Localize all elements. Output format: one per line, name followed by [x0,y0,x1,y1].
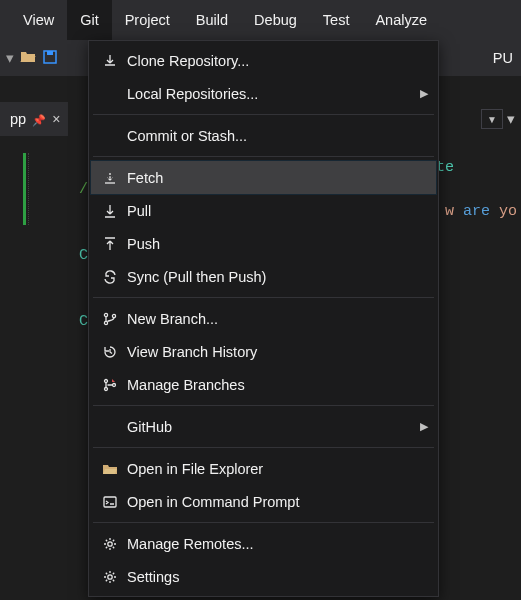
code-frag: w [445,203,463,220]
menu-item-label: Manage Remotes... [123,536,428,552]
git-menu-sync-pull-then-push[interactable]: Sync (Pull then Push) [91,260,436,293]
tab-tools: ▼ ▾ [481,102,515,136]
svg-point-3 [104,321,107,324]
menu-view[interactable]: View [10,0,67,40]
menu-item-label: Open in Command Prompt [123,494,428,510]
menu-separator [93,447,434,448]
svg-point-9 [108,541,112,545]
menu-separator [93,297,434,298]
menu-bar: View Git Project Build Debug Test Analyz… [0,0,521,40]
save-blue-icon[interactable] [42,49,58,68]
menu-test[interactable]: Test [310,0,363,40]
git-menu-push[interactable]: Push [91,227,436,260]
push-icon [97,236,123,252]
git-menu-pull[interactable]: Pull [91,194,436,227]
menu-separator [93,114,434,115]
chevron-down-icon: ▼ [487,114,497,125]
menu-item-label: GitHub [123,419,420,435]
branches-manage-icon [97,377,123,393]
chevron-right-icon: ▶ [420,87,428,100]
svg-point-7 [113,383,116,386]
menu-item-label: Manage Branches [123,377,428,393]
menu-separator [93,522,434,523]
menu-debug[interactable]: Debug [241,0,310,40]
fetch-icon [97,170,123,186]
git-menu-view-branch-history[interactable]: View Branch History [91,335,436,368]
tab-active[interactable]: pp × [0,102,68,136]
menu-build[interactable]: Build [183,0,241,40]
menu-separator [93,405,434,406]
download-icon [97,53,123,69]
menu-item-label: Clone Repository... [123,53,428,69]
menu-project[interactable]: Project [112,0,183,40]
branch-icon [97,311,123,327]
git-menu-new-branch[interactable]: New Branch... [91,302,436,335]
git-menu-clone-repository[interactable]: Clone Repository... [91,44,436,77]
svg-point-4 [112,314,115,317]
toolbar-chevron-icon[interactable]: ▾ [6,50,14,66]
menu-analyze[interactable]: Analyze [362,0,440,40]
svg-point-2 [104,313,107,316]
chevron-right-icon: ▶ [420,420,428,433]
pull-icon [97,203,123,219]
code-frag: yo [490,203,517,220]
menu-item-label: Push [123,236,428,252]
git-menu-fetch[interactable]: Fetch [91,161,436,194]
svg-point-5 [105,379,108,382]
svg-rect-1 [47,51,53,55]
git-menu-open-in-command-prompt[interactable]: Open in Command Prompt [91,485,436,518]
menu-item-label: Local Repositories... [123,86,420,102]
history-icon [97,344,123,360]
menu-item-label: Open in File Explorer [123,461,428,477]
config-label: PU [493,50,513,66]
menu-git[interactable]: Git [67,0,112,40]
svg-point-10 [108,574,112,578]
toolbar-right: PU [485,40,521,76]
change-indicator [23,153,29,225]
git-menu-settings[interactable]: Settings [91,560,436,593]
gear-icon [97,569,123,585]
folder-open-icon [97,461,123,477]
menu-item-label: Fetch [123,170,428,186]
menu-item-label: Pull [123,203,428,219]
menu-item-label: New Branch... [123,311,428,327]
menu-item-label: View Branch History [123,344,428,360]
git-menu-open-in-file-explorer[interactable]: Open in File Explorer [91,452,436,485]
menu-separator [93,156,434,157]
git-menu-manage-remotes[interactable]: Manage Remotes... [91,527,436,560]
git-menu-panel: Clone Repository...Local Repositories...… [88,40,439,597]
gear-icon [97,536,123,552]
tab-label: pp [10,111,26,127]
open-folder-icon[interactable] [20,49,36,68]
git-menu-local-repositories[interactable]: Local Repositories...▶ [91,77,436,110]
code-frag: are [463,203,490,220]
svg-point-6 [105,387,108,390]
tab-dropdown-button[interactable]: ▼ [481,109,503,129]
menu-item-label: Commit or Stash... [123,128,428,144]
terminal-icon [97,494,123,510]
menu-item-label: Settings [123,569,428,585]
pin-icon[interactable] [32,111,46,127]
close-icon[interactable]: × [52,111,60,127]
git-menu-github[interactable]: GitHub▶ [91,410,436,443]
git-menu-manage-branches[interactable]: Manage Branches [91,368,436,401]
sync-icon [97,269,123,285]
more-icon[interactable]: ▾ [507,111,515,127]
git-menu-commit-or-stash[interactable]: Commit or Stash... [91,119,436,152]
menu-item-label: Sync (Pull then Push) [123,269,428,285]
svg-rect-8 [104,497,116,507]
